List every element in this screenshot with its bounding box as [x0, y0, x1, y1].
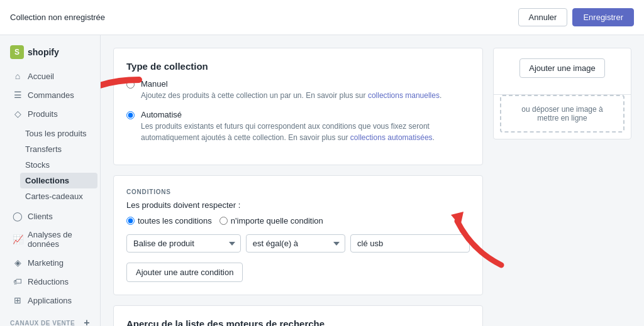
sidebar-item-commandes[interactable]: ☰ Commandes: [3, 85, 97, 104]
sidebar-item-label: Commandes: [28, 90, 74, 100]
add-condition-container: Ajouter une autre condition: [126, 260, 470, 282]
produits-submenu: Tous les produits Transferts Stocks Coll…: [0, 123, 100, 207]
manual-label[interactable]: Manuel: [141, 79, 168, 89]
shopify-brand-text: shopify: [28, 47, 59, 57]
auto-desc: Les produits existants et futurs qui cor…: [141, 121, 470, 143]
sidebar-item-transferts[interactable]: Transferts: [20, 141, 97, 157]
manual-option: Manuel Ajoutez des produits à cette coll…: [126, 79, 470, 101]
add-image-button[interactable]: Ajouter une image: [519, 58, 605, 78]
conditions-radio-row: toutes les conditions n'importe quelle c…: [126, 216, 470, 225]
main-left: Type de collection Manuel Ajoutez des pr…: [113, 48, 483, 313]
collection-type-card: Type de collection Manuel Ajoutez des pr…: [113, 48, 483, 165]
condition-value-input[interactable]: clé usb: [350, 234, 470, 253]
conditions-label: CONDITIONS: [126, 188, 470, 195]
main-content: Type de collection Manuel Ajoutez des pr…: [101, 35, 644, 326]
condition-row: Balise de produit Titre Type Vendeur Pri…: [126, 234, 470, 253]
seo-card: Aperçu de la liste des moteurs de recher…: [113, 305, 483, 326]
sidebar-item-label: Applications: [28, 296, 72, 305]
add-condition-button[interactable]: Ajouter une autre condition: [126, 263, 243, 282]
sidebar-item-label: Réductions: [28, 277, 69, 286]
topbar: Collection non enregistrée Annuler Enreg…: [0, 0, 644, 35]
sidebar-item-produits[interactable]: ◇ Produits: [3, 104, 97, 123]
sidebar-item-label: Accueil: [28, 72, 54, 81]
manual-link[interactable]: collections manuelles: [368, 91, 440, 100]
sidebar-item-label: Marketing: [28, 258, 64, 268]
sidebar-item-label: Produits: [28, 109, 58, 119]
cancel-button[interactable]: Annuler: [518, 8, 568, 26]
add-channel-button[interactable]: +: [84, 317, 90, 326]
home-icon: ⌂: [13, 71, 23, 81]
sidebar-item-cartes[interactable]: Cartes-cadeaux: [20, 188, 97, 204]
drop-zone: ou déposer une image à mettre en ligne: [500, 95, 625, 133]
sidebar-item-label: Clients: [28, 212, 53, 221]
collection-type-title: Type de collection: [126, 61, 470, 72]
apps-icon: ⊞: [13, 295, 23, 305]
sidebar-item-stocks[interactable]: Stocks: [20, 157, 97, 173]
topbar-title: Collection non enregistrée: [10, 13, 105, 22]
conditions-card: CONDITIONS Les produits doivent respecte…: [113, 175, 483, 295]
channels-label: CANAUX DE VENTE: [10, 320, 75, 327]
channels-section-label: CANAUX DE VENTE +: [0, 310, 100, 326]
sidebar-item-tous[interactable]: Tous les produits: [20, 126, 97, 141]
sidebar-item-collections[interactable]: Collections: [20, 173, 97, 188]
layout: S shopify ⌂ Accueil ☰ Commandes ◇ Produi…: [0, 35, 644, 326]
shopify-logo-icon: S: [10, 45, 24, 59]
auto-radio[interactable]: [126, 111, 135, 119]
manual-desc: Ajoutez des produits à cette collection …: [141, 90, 441, 101]
auto-option: Automatisé Les produits existants et fut…: [126, 110, 470, 143]
auto-link[interactable]: collections automatisées: [350, 133, 433, 142]
orders-icon: ☰: [13, 90, 23, 100]
all-conditions-radio[interactable]: [126, 217, 135, 225]
discounts-icon: 🏷: [13, 276, 23, 286]
sidebar-item-marketing[interactable]: ◈ Marketing: [3, 253, 97, 272]
manual-option-content: Manuel Ajoutez des produits à cette coll…: [141, 79, 441, 101]
sidebar-item-clients[interactable]: ◯ Clients: [3, 207, 97, 225]
manual-radio[interactable]: [126, 80, 135, 89]
any-condition-label[interactable]: n'importe quelle condition: [219, 216, 323, 225]
save-button[interactable]: Enregistrer: [572, 8, 634, 26]
image-card: Ajouter une image ou déposer une image à…: [493, 48, 631, 139]
sidebar-item-label: Analyses de données: [28, 230, 87, 249]
auto-option-content: Automatisé Les produits existants et fut…: [141, 110, 470, 143]
add-image-section: Ajouter une image: [494, 48, 631, 95]
main-right: Ajouter une image ou déposer une image à…: [493, 48, 631, 313]
all-conditions-label[interactable]: toutes les conditions: [126, 216, 212, 225]
sidebar-item-reductions[interactable]: 🏷 Réductions: [3, 272, 97, 291]
auto-label[interactable]: Automatisé: [141, 110, 182, 119]
sidebar-item-analyses[interactable]: 📈 Analyses de données: [3, 225, 97, 253]
seo-title: Aperçu de la liste des moteurs de recher…: [126, 318, 470, 326]
clients-icon: ◯: [13, 211, 23, 221]
condition-field-select[interactable]: Balise de produit Titre Type Vendeur Pri…: [126, 234, 241, 253]
conditions-sub: Les produits doivent respecter :: [126, 200, 470, 210]
products-icon: ◇: [13, 109, 23, 119]
condition-operator-select[interactable]: est égal(e) à n'est pas égal(e) à commen…: [246, 234, 345, 253]
sidebar-item-accueil[interactable]: ⌂ Accueil: [3, 67, 97, 85]
shopify-logo: S shopify: [0, 40, 100, 67]
analytics-icon: 📈: [13, 234, 23, 244]
topbar-actions: Annuler Enregistrer: [518, 8, 634, 26]
sidebar-item-applications[interactable]: ⊞ Applications: [3, 291, 97, 310]
any-condition-radio[interactable]: [219, 217, 228, 225]
sidebar: S shopify ⌂ Accueil ☰ Commandes ◇ Produi…: [0, 35, 101, 326]
marketing-icon: ◈: [13, 258, 23, 268]
